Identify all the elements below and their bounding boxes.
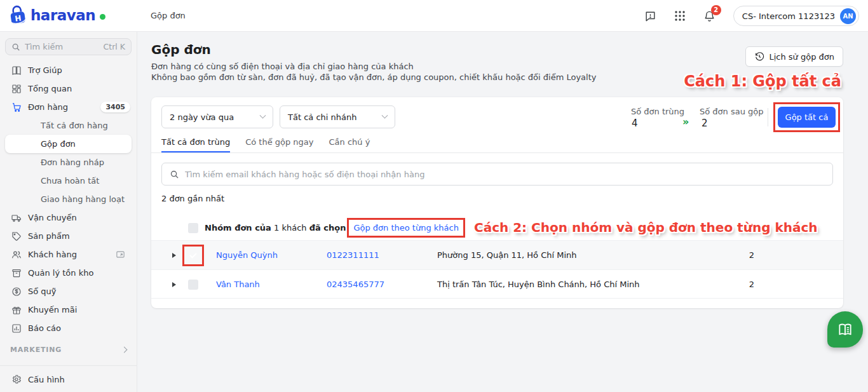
sidebar-item-products[interactable]: Sản phẩm [0,227,137,245]
sidebar-item-label: Cấu hình [28,375,65,384]
customer-search[interactable] [161,163,833,186]
date-range-value: 2 ngày vừa qua [170,112,234,122]
breadcrumb: Gộp đơn [151,11,186,20]
merged-orders-label: Số đơn sau gộp [700,107,763,116]
annotation-box-merge-per-customer: Gộp đơn theo từng khách [347,218,465,238]
sidebar-item-label: Tất cả đơn hàng [41,121,108,130]
bar-chart-icon [11,323,22,334]
customer-phone-link[interactable]: 02435465777 [327,280,384,289]
sidebar-item-bulk-shipping[interactable]: Giao hàng hàng loạt [0,190,137,208]
sidebar-item-shipping[interactable]: Vận chuyển [0,208,137,227]
branch-value: Tất cả chi nhánh [288,112,356,122]
page-title: Gộp đơn [151,42,211,57]
customer-name-link[interactable]: Nguyễn Quỳnh [216,250,278,260]
sidebar-item-orders[interactable]: Đơn hàng 3405 [0,98,137,116]
select-all-checkbox[interactable] [188,223,198,233]
sidebar-section-marketing[interactable]: MARKETING [0,342,137,356]
sidebar-item-help[interactable]: Trợ Giúp [0,61,137,79]
sidebar: Ctrl K Trợ Giúp Tổng quan [0,32,137,392]
duplicate-orders-label: Số đơn trùng [631,107,684,116]
sidebar-item-draft-orders[interactable]: Đơn hàng nháp [0,153,137,172]
feedback-icon[interactable] [644,10,656,22]
logo-wordmark: haravan [31,7,95,24]
sidebar-item-overview[interactable]: Tổng quan [0,79,137,98]
customer-search-input[interactable] [185,170,825,179]
date-range-select[interactable]: 2 ngày vừa qua [161,105,273,128]
truck-icon [11,213,22,223]
notifications-bell-icon[interactable]: 2 [703,10,715,22]
tab-mergeable-now[interactable]: Có thể gộp ngay [245,133,313,152]
sidebar-search[interactable]: Ctrl K [5,38,132,55]
chevron-down-icon [382,112,388,118]
book-icon [11,65,22,76]
merge-per-customer-link[interactable]: Gộp đơn theo từng khách [353,223,459,233]
customer-name-link[interactable]: Vân Thanh [216,280,260,289]
merge-history-button[interactable]: Lịch sử gộp đơn [745,46,843,67]
notification-count-badge: 2 [711,5,721,15]
sidebar-item-label: Chưa hoàn tất [41,176,99,186]
sidebar-item-label: Đơn hàng [28,102,68,112]
page-description-line2: Không bao gồm đơn từ sàn, đơn đã huỷ, đã… [151,72,596,82]
sidebar-item-all-orders[interactable]: Tất cả đơn hàng [0,116,137,135]
orders-count-badge: 3405 [100,102,130,112]
sidebar-item-settings[interactable]: Cấu hình [0,370,137,389]
archive-box-icon [11,268,22,278]
main-content: Gộp đơn Đơn hàng có cùng số điện thoại v… [138,32,868,392]
sidebar-item-merge-orders[interactable]: Gộp đơn [5,135,132,153]
merge-all-button[interactable]: Gộp tất cả [778,107,836,128]
avatar: AN [840,8,856,24]
account-label: CS- Intercom 1123123 [742,11,835,21]
sidebar-item-label: Khuyến mãi [28,305,77,314]
history-button-label: Lịch sử gộp đơn [769,52,834,62]
sidebar-item-label: Sổ quỹ [28,287,57,296]
search-shortcut-hint: Ctrl K [104,42,125,51]
annotation-method1: Cách 1: Gộp tất cả [684,72,841,90]
tab-needs-attention[interactable]: Cần chú ý [329,133,370,152]
sidebar-item-label: Khách hàng [28,250,77,259]
vertical-divider [768,108,768,126]
sidebar-item-label: Gộp đơn [41,139,76,149]
sidebar-item-label: Vận chuyển [28,213,77,222]
chevron-down-icon [260,112,266,118]
branch-select[interactable]: Tất cả chi nhánh [280,105,395,128]
svg-text:H: H [14,13,22,23]
gift-icon [11,305,22,315]
dashboard-icon [11,84,22,94]
sidebar-item-label: Đơn hàng nháp [41,158,104,167]
order-group-row: Vân Thanh 02435465777 Thị trấn Tân Túc, … [151,269,843,299]
order-count: 2 [736,250,768,260]
cart-icon [11,102,22,112]
customer-phone-link[interactable]: 0122311111 [327,250,379,260]
topbar-actions: 2 CS- Intercom 1123123 AN [644,0,859,32]
selection-text-bold: Nhóm đơn của [205,223,271,233]
page-description-line1: Đơn hàng có cùng số điện thoại và địa ch… [151,62,414,71]
sidebar-item-customers[interactable]: Khách hàng [0,245,137,264]
sidebar-item-label: Trợ Giúp [28,65,62,75]
sidebar-item-label: Giao hàng hàng loạt [41,194,125,204]
customer-address: Phường 15, Quận 11, Hồ Chí Minh [437,250,577,260]
row-checkbox[interactable] [188,280,198,290]
sidebar-item-abandoned[interactable]: Chưa hoàn tất [0,172,137,190]
sidebar-item-cashbook[interactable]: Sổ quỹ [0,282,137,301]
annotation-method2: Cách 2: Chọn nhóm và gộp đơn theo từng k… [474,220,818,235]
gear-icon [11,374,22,384]
sidebar-item-reports[interactable]: Báo cáo [0,319,137,337]
expand-row-icon[interactable] [172,282,176,287]
sidebar-search-input[interactable] [25,42,99,51]
selection-text-bold: đã chọn [309,223,346,233]
account-menu[interactable]: CS- Intercom 1123123 AN [733,6,859,26]
sidebar-item-label: Báo cáo [28,323,61,333]
sidebar-item-promotions[interactable]: Khuyến mãi [0,301,137,319]
history-clock-icon [754,51,764,62]
haravan-logo[interactable]: H haravan [8,5,105,25]
expand-row-icon[interactable] [172,253,176,258]
selection-text: 1 khách [271,223,309,233]
apps-grid-icon[interactable] [674,10,686,22]
sidebar-item-label: Quản lý tồn kho [28,268,93,278]
merged-orders-value: 2 [702,118,708,129]
tab-all-duplicates[interactable]: Tất cả đơn trùng [161,133,230,152]
help-widget-button[interactable] [827,311,863,348]
sidebar-item-inventory[interactable]: Quản lý tồn kho [0,264,137,282]
search-icon [170,170,179,179]
online-status-dot [100,14,105,20]
